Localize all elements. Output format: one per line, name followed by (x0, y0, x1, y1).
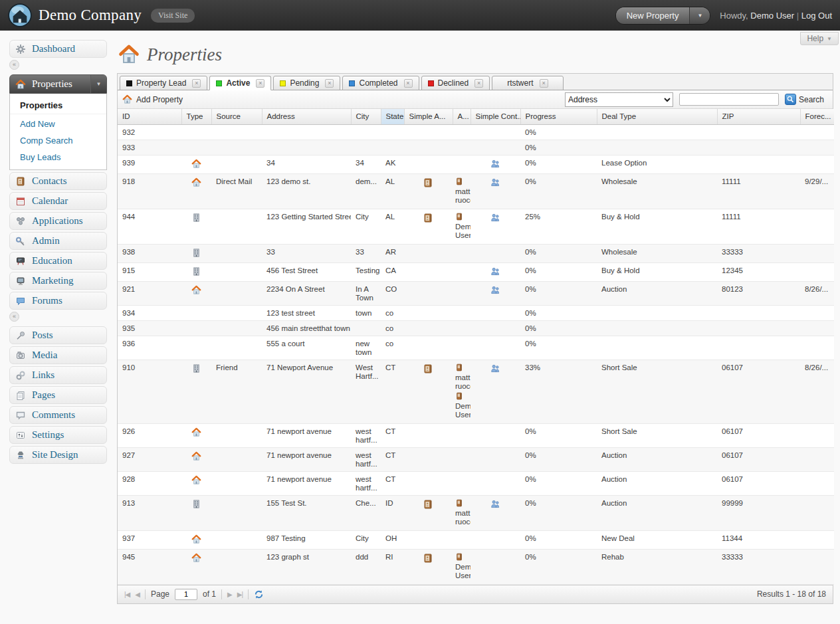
table-row[interactable]: 92871 newport avenuewest hartf...CT0%Auc… (118, 471, 834, 495)
contact-link[interactable]: Demo User (455, 553, 469, 580)
next-page-button[interactable]: ▶ (227, 591, 232, 598)
people-icon[interactable] (490, 177, 500, 187)
sidebar-item-links[interactable]: Links (9, 366, 107, 384)
people-icon[interactable] (490, 159, 500, 169)
tab-property-lead[interactable]: Property Lead× (120, 76, 207, 90)
new-property-button[interactable]: New Property ▼ (615, 7, 711, 25)
column-header-foreclosure[interactable]: Forec... (800, 109, 834, 124)
table-row[interactable]: 915456 Test StreetTestingCA0%Buy & Hold1… (118, 262, 834, 281)
table-row[interactable]: 944123 Getting Started StreetCityALDemo … (118, 209, 834, 244)
table-row[interactable]: 9212234 On A StreetIn A TownCO0%Auction8… (118, 281, 834, 305)
sidebar-item-education[interactable]: Education (9, 252, 107, 270)
people-icon[interactable] (490, 266, 500, 276)
people-icon[interactable] (490, 499, 500, 509)
column-header-city[interactable]: City (351, 109, 381, 124)
sidebar-item-media[interactable]: Media (9, 346, 107, 364)
table-row[interactable]: 9330% (118, 140, 834, 155)
table-row[interactable]: 9320% (118, 124, 834, 140)
address-book-icon[interactable] (423, 553, 433, 564)
close-icon[interactable]: × (540, 79, 548, 88)
table-row[interactable]: 9383333AR0%Wholesale33333 (118, 244, 834, 262)
table-row[interactable]: 910Friend71 Newport AvenueWest Hartf...C… (118, 360, 834, 423)
people-icon[interactable] (490, 364, 500, 373)
sidebar-item-posts[interactable]: Posts (9, 326, 107, 344)
close-icon[interactable]: × (325, 79, 334, 88)
contact-link[interactable]: matt ruoco (455, 499, 469, 526)
sidebar-item-admin[interactable]: Admin (9, 232, 107, 250)
chevron-down-icon[interactable]: ▼ (90, 75, 106, 93)
sidebar-item-site-design[interactable]: Site Design (9, 446, 107, 464)
close-icon[interactable]: × (404, 79, 413, 88)
column-header-source[interactable]: Source (211, 109, 262, 124)
close-icon[interactable]: × (192, 79, 201, 88)
visit-site-button[interactable]: Visit Site (151, 9, 195, 23)
column-header-simple_action[interactable]: Simple A... (404, 109, 453, 124)
table-row[interactable]: 918Direct Mail123 demo st.dem...ALmatt r… (118, 173, 834, 209)
address-book-icon[interactable] (423, 213, 433, 223)
column-header-deal_type[interactable]: Deal Type (597, 109, 717, 124)
prev-page-button[interactable]: ◀ (135, 591, 140, 598)
refresh-icon[interactable] (254, 589, 264, 599)
new-property-dropdown-arrow-icon[interactable]: ▼ (689, 7, 710, 24)
sidebar-collapse-button[interactable]: « (9, 60, 19, 70)
people-icon[interactable] (490, 285, 500, 295)
table-row[interactable]: 92671 newport avenuewest hartf...CT0%Sho… (118, 423, 834, 447)
page-input[interactable] (175, 589, 197, 600)
search-field-select[interactable]: Address (565, 92, 673, 107)
tab-declined[interactable]: Declined× (421, 76, 490, 90)
table-row[interactable]: 934123 test streettownco0% (118, 305, 834, 320)
sidebar-item-marketing[interactable]: Marketing (9, 272, 107, 290)
column-header-state[interactable]: State▲ (381, 109, 404, 124)
column-header-address[interactable]: Address (262, 109, 351, 124)
table-row[interactable]: 945123 graph stdddRIDemo User0%Rehab3333… (118, 549, 834, 584)
table-row[interactable]: 9393434AK0%Lease Option (118, 155, 834, 173)
submenu-item-properties[interactable]: Properties (10, 97, 106, 114)
contact-link[interactable]: Demo User (455, 213, 469, 240)
sidebar-item-applications[interactable]: Applications (9, 212, 107, 230)
tab-active[interactable]: Active× (209, 76, 271, 90)
submenu-item-comp-search[interactable]: Comp Search (10, 132, 106, 149)
last-page-button[interactable]: ▶| (237, 591, 243, 598)
add-property-button[interactable]: Add Property (122, 94, 183, 104)
contact-link[interactable]: matt ruoco (455, 364, 469, 391)
tab-completed[interactable]: Completed× (342, 76, 419, 90)
search-button[interactable]: Search (785, 94, 824, 105)
address-book-icon[interactable] (423, 177, 433, 188)
first-page-button[interactable]: |◀ (124, 591, 130, 598)
table-row[interactable]: 92771 newport avenuewest hartf...CT0%Auc… (118, 447, 834, 471)
sidebar-item-properties[interactable]: Properties ▼ (9, 74, 107, 94)
submenu-item-add-new[interactable]: Add New (10, 116, 106, 132)
contact-link[interactable]: Demo User (455, 392, 469, 419)
sidebar-item-settings[interactable]: Settings (9, 426, 107, 444)
sidebar-item-forums[interactable]: Forums (9, 292, 107, 310)
tab-pending[interactable]: Pending× (273, 76, 340, 90)
table-row[interactable]: 936555 a courtnew townco0% (118, 336, 834, 360)
address-book-icon[interactable] (423, 364, 433, 374)
column-header-contacts[interactable]: A... (453, 109, 471, 124)
sidebar-item-dashboard[interactable]: Dashboard (9, 40, 107, 58)
table-row[interactable]: 913155 Test St.Che...IDmatt ruoco0%Aucti… (118, 495, 834, 530)
column-header-simple_contact[interactable]: Simple Cont... (471, 109, 520, 124)
address-book-icon[interactable] (423, 499, 433, 510)
sidebar-item-comments[interactable]: Comments (9, 406, 107, 424)
column-header-zip[interactable]: ZIP (717, 109, 800, 124)
sidebar-item-contacts[interactable]: Contacts (9, 172, 107, 190)
current-user-link[interactable]: Demo User (750, 11, 794, 21)
contact-link[interactable]: matt ruoco (455, 177, 469, 205)
tab-rtstwert[interactable]: rtstwert× (492, 76, 563, 90)
search-input[interactable] (679, 93, 779, 106)
column-header-progress[interactable]: Progress (520, 109, 597, 124)
table-row[interactable]: 937987 TestingCityOH0%New Deal11344 (118, 530, 834, 549)
column-header-type[interactable]: Type (181, 109, 211, 124)
submenu-item-buy-leads[interactable]: Buy Leads (10, 149, 106, 165)
sidebar-item-pages[interactable]: Pages (9, 386, 107, 404)
logout-link[interactable]: Log Out (801, 11, 832, 21)
column-header-id[interactable]: ID (118, 109, 181, 124)
sidebar-collapse-button[interactable]: « (9, 312, 19, 322)
sidebar-item-calendar[interactable]: Calendar (9, 192, 107, 210)
people-icon[interactable] (490, 213, 500, 223)
table-row[interactable]: 935456 main streetthat townco0% (118, 320, 834, 336)
new-property-label[interactable]: New Property (616, 7, 690, 24)
close-icon[interactable]: × (474, 79, 483, 88)
close-icon[interactable]: × (256, 79, 264, 88)
